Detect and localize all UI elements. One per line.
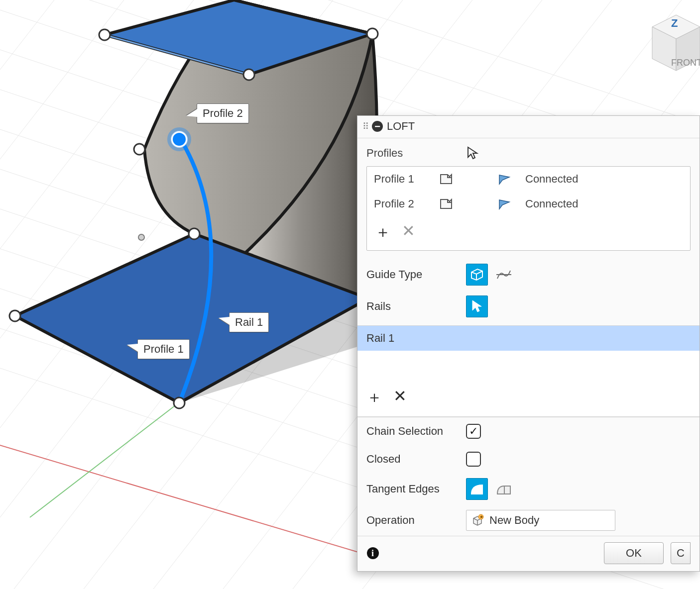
svg-point-31 <box>243 69 254 80</box>
viewcube-face: FRONT <box>671 58 700 68</box>
tangent-edges-row: Tangent Edges <box>357 473 700 505</box>
svg-point-36 <box>172 132 187 147</box>
closed-row: Closed <box>357 445 700 473</box>
tangent-edges-on-button[interactable] <box>466 478 488 500</box>
chain-selection-checkbox[interactable] <box>466 424 481 439</box>
rails-select-button[interactable] <box>466 295 488 317</box>
profiles-list: Profile 1 Connected Profile 2 <box>366 166 691 251</box>
axis-x <box>0 438 408 567</box>
collapse-icon[interactable]: − <box>372 121 383 132</box>
newbody-icon: ★ <box>470 513 484 527</box>
ok-button[interactable]: OK <box>604 542 664 564</box>
guide-type-row: Guide Type <box>357 259 700 291</box>
svg-point-35 <box>174 397 185 408</box>
cancel-button[interactable]: C <box>671 542 691 564</box>
svg-text:i: i <box>371 548 374 558</box>
cursor-icon <box>467 146 478 160</box>
tangent-edges-label: Tangent Edges <box>366 483 466 495</box>
guide-type-rails-button[interactable] <box>466 264 488 286</box>
operation-row: Operation ★ New Body <box>357 505 700 536</box>
profile-name: Profile 1 <box>374 173 429 186</box>
svg-point-34 <box>189 228 200 239</box>
rail-row-1[interactable]: Rail 1 <box>357 326 700 351</box>
info-icon[interactable]: i <box>366 547 379 560</box>
closed-checkbox[interactable] <box>466 452 481 467</box>
profile-name: Profile 2 <box>374 197 429 210</box>
svg-rect-42 <box>504 486 510 494</box>
flag-icon[interactable] <box>498 173 512 185</box>
profile-row-1[interactable]: Profile 1 Connected <box>367 167 690 192</box>
tangent-edges-off-button[interactable] <box>493 478 515 500</box>
svg-point-32 <box>134 144 145 155</box>
guide-type-centerline-button[interactable] <box>493 264 515 286</box>
loft-dialog: ⠿ − LOFT Profiles Profile 1 Connected <box>357 115 700 572</box>
operation-label: Operation <box>366 514 466 527</box>
canvas-label-rail1[interactable]: Rail 1 <box>229 312 269 332</box>
remove-profile-button[interactable]: ✕ <box>402 221 415 243</box>
dialog-titlebar[interactable]: ⠿ − LOFT <box>357 116 700 138</box>
rails-row: Rails <box>357 291 700 322</box>
add-profile-button[interactable]: ＋ <box>375 221 391 243</box>
rails-list: Rail 1 ＋ ✕ <box>357 325 700 417</box>
viewcube-axis: Z <box>671 17 678 29</box>
profile-status[interactable]: Connected <box>525 173 578 186</box>
dialog-title-text: LOFT <box>387 120 415 133</box>
svg-point-38 <box>138 234 144 240</box>
dialog-footer: i OK C <box>357 536 700 571</box>
canvas-label-profile2[interactable]: Profile 2 <box>197 103 249 123</box>
profile-row-2[interactable]: Profile 2 Connected <box>367 192 690 216</box>
canvas-label-profile1[interactable]: Profile 1 <box>137 339 190 359</box>
guide-type-label: Guide Type <box>366 268 466 281</box>
remove-rail-button[interactable]: ✕ <box>393 387 407 408</box>
operation-select[interactable]: ★ New Body <box>466 510 615 531</box>
axis-y <box>30 400 182 517</box>
svg-point-33 <box>9 310 20 321</box>
svg-text:★: ★ <box>479 514 483 519</box>
profiles-header: Profiles <box>357 138 700 164</box>
add-rail-button[interactable]: ＋ <box>366 387 382 408</box>
view-cube: FRONT Z <box>652 15 700 71</box>
profiles-label: Profiles <box>366 147 403 160</box>
stage: FRONT Z Profile 2 Rail 1 Profile 1 ⠿ − L… <box>0 0 700 589</box>
sheet-icon[interactable] <box>439 173 454 186</box>
grip-icon[interactable]: ⠿ <box>362 121 368 132</box>
rails-label: Rails <box>366 300 466 313</box>
sheet-icon[interactable] <box>439 197 454 210</box>
flag-icon[interactable] <box>498 198 512 210</box>
profile-status[interactable]: Connected <box>525 197 578 210</box>
svg-point-30 <box>367 28 378 39</box>
chain-selection-label: Chain Selection <box>366 425 466 438</box>
closed-label: Closed <box>366 453 466 466</box>
chain-selection-row: Chain Selection <box>357 417 700 445</box>
svg-point-29 <box>99 29 110 40</box>
operation-value: New Body <box>489 514 539 527</box>
